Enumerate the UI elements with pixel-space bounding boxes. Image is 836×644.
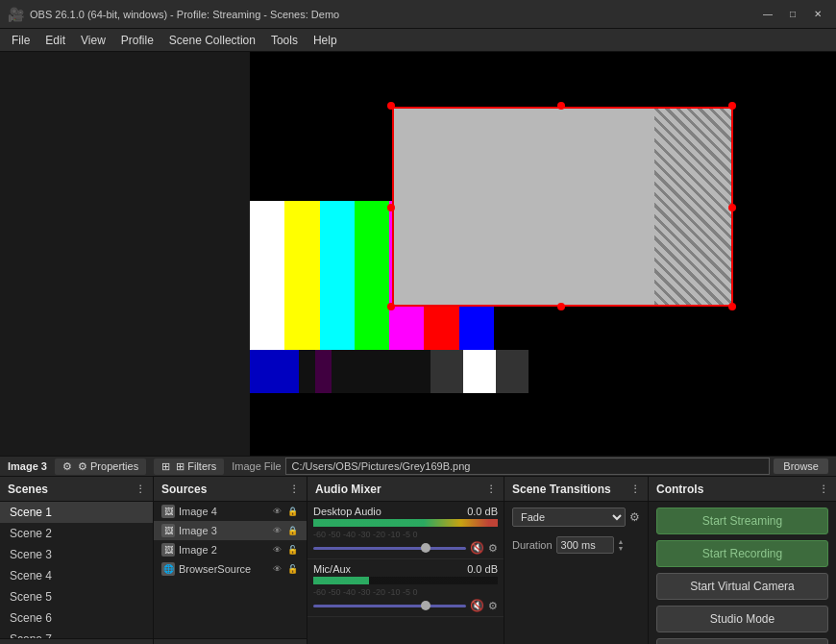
source-label-browser: BrowserSource <box>179 563 251 575</box>
lock-btn-image2[interactable]: 🔓 <box>285 543 299 557</box>
menu-file[interactable]: File <box>4 31 37 50</box>
controls-panel-menu-icon[interactable]: ⋮ <box>819 483 828 494</box>
transitions-panel-content: Fade Cut Swipe ⚙ Duration ▲ ▼ <box>504 502 648 644</box>
mic-settings-icon[interactable]: ⚙ <box>488 600 498 612</box>
desktop-audio-controls: 🔇 ⚙ <box>313 541 498 555</box>
start-recording-button[interactable]: Start Recording <box>656 540 828 567</box>
scenes-panel-menu-icon[interactable]: ⋮ <box>135 483 145 494</box>
start-streaming-button[interactable]: Start Streaming <box>656 508 828 534</box>
start-virtual-camera-button[interactable]: Start Virtual Camera <box>656 573 828 600</box>
scene-item-4[interactable]: Scene 4 <box>0 565 153 586</box>
menu-scene-collection[interactable]: Scene Collection <box>161 31 263 50</box>
desktop-audio-meter <box>313 519 498 527</box>
visibility-btn-browser[interactable]: 👁 <box>270 562 283 576</box>
app-icon: 🎥 <box>8 7 24 22</box>
sources-panel-content: 🖼 Image 4 👁 🔒 🖼 Image 3 👁 🔒 <box>154 502 307 638</box>
scene-item-3[interactable]: Scene 3 <box>0 544 153 565</box>
handle-tr <box>728 102 736 110</box>
cb2-grey <box>430 350 463 393</box>
transitions-panel-menu-icon[interactable]: ⋮ <box>630 483 640 494</box>
menu-tools[interactable]: Tools <box>263 31 306 50</box>
cb-yellow <box>284 201 319 350</box>
desktop-volume-slider[interactable] <box>313 547 466 550</box>
handle-bc <box>557 303 565 310</box>
controls-panel-header: Controls ⋮ <box>649 477 836 502</box>
source-item-browsersource[interactable]: 🌐 BrowserSource 👁 🔓 <box>154 559 307 579</box>
source-label-image3: Image 3 <box>179 525 217 536</box>
scenes-panel: Scenes ⋮ Scene 1 Scene 2 Scene 3 Scene 4… <box>0 477 154 644</box>
sources-panel: Sources ⋮ 🖼 Image 4 👁 🔒 🖼 Image 3 👁 <box>154 477 307 644</box>
duration-label: Duration <box>512 539 553 551</box>
visibility-btn-image4[interactable]: 👁 <box>270 505 283 518</box>
lock-btn-image4[interactable]: 🔒 <box>285 505 299 518</box>
transition-type-select[interactable]: Fade Cut Swipe <box>512 508 626 527</box>
settings-button[interactable]: Settings <box>656 638 828 644</box>
source-item-image3[interactable]: 🖼 Image 3 👁 🔒 <box>154 521 307 540</box>
scene-item-2[interactable]: Scene 2 <box>0 523 153 544</box>
cb-green <box>355 201 389 350</box>
scene-item-1[interactable]: Scene 1 <box>0 502 153 523</box>
sources-panel-header: Sources ⋮ <box>154 477 307 502</box>
cb2-black1 <box>299 350 315 393</box>
controls-panel: Controls ⋮ Start Streaming Start Recordi… <box>649 477 836 644</box>
desktop-meter-scale: -60 -50 -40 -30 -20 -10 -5 0 <box>313 530 498 539</box>
cb2-purple <box>315 350 332 393</box>
menu-edit[interactable]: Edit <box>37 31 73 50</box>
properties-button[interactable]: ⚙ ⚙ Properties <box>55 458 146 475</box>
mic-audio-label: Mic/Aux <box>313 563 351 575</box>
transitions-panel: Scene Transitions ⋮ Fade Cut Swipe ⚙ Dur… <box>504 477 649 644</box>
menubar: File Edit View Profile Scene Collection … <box>0 29 836 52</box>
transition-gear-icon[interactable]: ⚙ <box>629 510 640 524</box>
mic-meter-bar <box>313 577 498 584</box>
duration-row: Duration ▲ ▼ <box>504 533 648 557</box>
source-list: 🖼 Image 4 👁 🔒 🖼 Image 3 👁 🔒 <box>154 502 307 579</box>
desktop-settings-icon[interactable]: ⚙ <box>488 542 498 555</box>
mic-meter-scale: -60 -50 -40 -30 -20 -10 -5 0 <box>313 587 498 597</box>
audio-track-mic: Mic/Aux 0.0 dB -60 -50 -40 -30 -20 -10 -… <box>307 559 504 617</box>
menu-profile[interactable]: Profile <box>113 31 161 50</box>
scene-item-6[interactable]: Scene 6 <box>0 607 153 629</box>
duration-down-arrow[interactable]: ▼ <box>618 545 625 552</box>
menu-view[interactable]: View <box>73 31 113 50</box>
duration-input[interactable] <box>556 536 614 554</box>
menu-help[interactable]: Help <box>306 31 345 50</box>
handle-br <box>728 303 736 310</box>
duration-spinners: ▲ ▼ <box>618 538 625 552</box>
handle-mr <box>728 204 736 211</box>
close-button[interactable]: ✕ <box>807 4 828 25</box>
color-bars-bottom <box>250 350 529 393</box>
scene-item-7[interactable]: Scene 7 <box>0 629 153 638</box>
selected-source-name: Image 3 <box>8 460 47 472</box>
source-label-image2: Image 2 <box>179 544 217 556</box>
left-dark <box>0 52 250 456</box>
mic-audio-volume: 0.0 dB <box>467 563 498 575</box>
visibility-btn-image2[interactable]: 👁 <box>270 543 283 557</box>
sources-panel-menu-icon[interactable]: ⋮ <box>289 483 299 494</box>
cb2-darkgrey <box>398 350 430 393</box>
filters-button[interactable]: ⊞ ⊞ Filters <box>154 458 224 475</box>
duration-up-arrow[interactable]: ▲ <box>618 538 625 545</box>
window-title: OBS 26.1.0 (64-bit, windows) - Profile: … <box>30 9 757 20</box>
desktop-mute-icon[interactable]: 🔇 <box>470 541 484 555</box>
source-bar: Image 3 ⚙ ⚙ Properties ⊞ ⊞ Filters Image… <box>0 456 836 477</box>
audio-panel-menu-icon[interactable]: ⋮ <box>486 483 496 494</box>
source-label-image4: Image 4 <box>179 506 217 517</box>
preview-area <box>0 52 836 456</box>
browse-button[interactable]: Browse <box>774 458 828 474</box>
studio-mode-button[interactable]: Studio Mode <box>656 606 828 632</box>
cb-white <box>250 201 284 350</box>
maximize-button[interactable]: □ <box>782 4 803 25</box>
mic-volume-slider[interactable] <box>313 605 466 607</box>
desktop-audio-label: Desktop Audio <box>313 506 381 517</box>
cb2-black2 <box>332 350 397 393</box>
lock-btn-image3[interactable]: 🔒 <box>285 524 299 537</box>
mic-mute-icon[interactable]: 🔇 <box>470 599 484 612</box>
lock-btn-browser[interactable]: 🔓 <box>285 562 299 576</box>
source-item-image4[interactable]: 🖼 Image 4 👁 🔒 <box>154 502 307 521</box>
handle-ml <box>387 204 395 211</box>
visibility-btn-image3[interactable]: 👁 <box>270 524 283 537</box>
hatch-pattern <box>654 109 731 305</box>
source-item-image2[interactable]: 🖼 Image 2 👁 🔓 <box>154 540 307 559</box>
scene-item-5[interactable]: Scene 5 <box>0 586 153 607</box>
minimize-button[interactable]: — <box>757 4 778 25</box>
